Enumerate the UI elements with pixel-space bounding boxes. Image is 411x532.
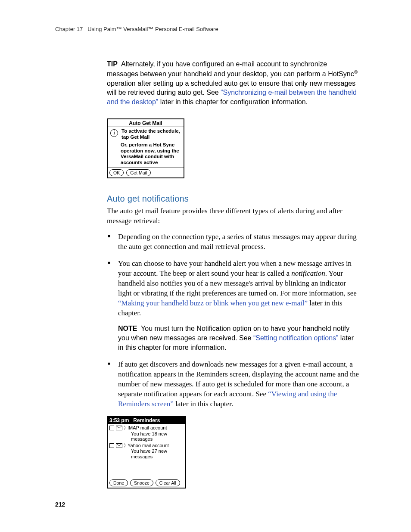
reminders-body: ⟩ IMAP mail account You have 18 new mess… <box>108 424 185 478</box>
buzz-blink-link[interactable]: “Making your handheld buzz or blink when… <box>118 299 308 307</box>
note-block: NOTE You must turn the Notification opti… <box>118 324 359 352</box>
clear-all-button[interactable]: Clear All <box>156 479 180 486</box>
ok-button[interactable]: OK <box>109 169 124 176</box>
done-button[interactable]: Done <box>109 479 128 486</box>
bullet-3-post: later in this chapter. <box>174 400 233 408</box>
bullet-1: Depending on the connection type, a seri… <box>107 232 359 252</box>
get-mail-button[interactable]: Get Mail <box>126 169 151 176</box>
dialog-text-2: Or, perform a Hot Sync operation now, us… <box>121 142 181 166</box>
envelope-icon <box>116 443 122 448</box>
tip-text-1: Alternately, if you have configured an e… <box>107 60 354 78</box>
reminder-item: ⟩ Yahoo mail account <box>109 443 184 448</box>
section-heading: Auto get notifications <box>107 194 359 204</box>
reminder-msg: You have 18 new messages <box>109 431 184 442</box>
tip-label: TIP <box>107 60 118 68</box>
dialog-text-1: To activate the schedule, tap Get Mail <box>121 128 181 140</box>
reminder-account: Yahoo mail account <box>128 443 169 448</box>
reminder-account: IMAP mail account <box>128 425 167 431</box>
tip-block: TIP Alternately, if you have configured … <box>107 59 359 106</box>
intro-paragraph: The auto get mail feature provides three… <box>107 206 359 226</box>
reminders-time: 3:53 pm <box>109 417 129 423</box>
envelope-icon <box>116 426 122 430</box>
reminder-item: ⟩ IMAP mail account <box>109 425 184 431</box>
dialog-footer: OK Get Mail <box>108 168 184 177</box>
checkbox-icon[interactable] <box>109 443 114 448</box>
bullet-2-em: notification <box>291 269 325 277</box>
dialog-row-2: Or, perform a Hot Sync operation now, us… <box>108 142 184 168</box>
info-icon: i <box>110 129 118 137</box>
registered-mark: ® <box>354 69 358 75</box>
bullet-2: You can choose to have your handheld ale… <box>107 259 359 352</box>
reminders-screen: 3:53 pm Reminders ⟩ IMAP mail account Yo… <box>107 416 186 488</box>
running-head: Chapter 17 Using Palm™ VersaMail™ Person… <box>55 26 359 36</box>
bell-icon: ⟩ <box>124 426 126 429</box>
bullet-1-text: Depending on the connection type, a seri… <box>118 233 357 251</box>
note-label: NOTE <box>118 325 137 332</box>
auto-get-mail-dialog: Auto Get Mail i To activate the schedule… <box>107 118 184 178</box>
reminders-footer: Done Snooze Clear All <box>108 478 185 488</box>
dialog-title: Auto Get Mail <box>108 119 184 126</box>
notification-options-link[interactable]: “Setting notification options” <box>253 334 338 342</box>
bell-icon: ⟩ <box>124 443 126 447</box>
bullet-list: Depending on the connection type, a seri… <box>107 232 359 409</box>
reminder-msg: You have 27 new messages <box>109 448 184 459</box>
bullet-3: If auto get discovers and downloads new … <box>107 360 359 409</box>
reminders-title: Reminders <box>133 417 160 423</box>
dialog-row-1: i To activate the schedule, tap Get Mail <box>108 128 184 142</box>
divider <box>108 127 184 127</box>
page: Chapter 17 Using Palm™ VersaMail™ Person… <box>0 0 411 532</box>
reminders-header: 3:53 pm Reminders <box>108 417 185 424</box>
page-number: 212 <box>55 501 65 508</box>
content-column: TIP Alternately, if you have configured … <box>55 59 359 488</box>
checkbox-icon[interactable] <box>109 426 114 430</box>
chapter-label: Chapter 17 <box>55 26 83 32</box>
snooze-button[interactable]: Snooze <box>130 479 153 486</box>
chapter-title: Using Palm™ VersaMail™ Personal E-mail S… <box>87 26 218 32</box>
tip-text-3: later in this chapter for configuration … <box>158 98 308 106</box>
